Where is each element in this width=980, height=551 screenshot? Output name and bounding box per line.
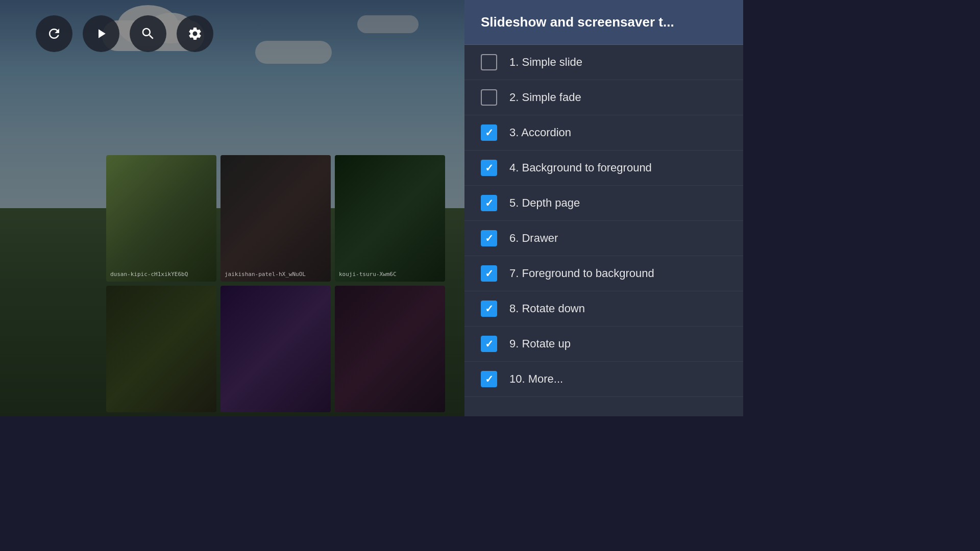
settings-icon [187, 26, 203, 41]
checkbox-2[interactable] [481, 89, 497, 106]
checkmark-9: ✓ [485, 339, 494, 349]
list-item-10[interactable]: ✓10. More... [464, 362, 743, 397]
checkmark-3: ✓ [485, 128, 494, 138]
search-icon [140, 26, 156, 41]
item-label-7: 7. Foreground to background [509, 267, 654, 280]
photo-label-2: jaikishan-patel-hX_wNuOL [225, 271, 306, 278]
checkbox-6[interactable]: ✓ [481, 230, 497, 246]
list-item-9[interactable]: ✓9. Rotate up [464, 327, 743, 362]
item-label-2: 2. Simple fade [509, 91, 581, 104]
list-item-3[interactable]: ✓3. Accordion [464, 115, 743, 151]
photo-cell-3[interactable]: kouji-tsuru-Xwm6C [335, 155, 445, 282]
list-item-5[interactable]: ✓5. Depth page [464, 186, 743, 221]
checkmark-10: ✓ [485, 374, 494, 384]
checkbox-8[interactable]: ✓ [481, 300, 497, 317]
settings-button[interactable] [177, 15, 213, 52]
list-item-1[interactable]: 1. Simple slide [464, 45, 743, 80]
item-label-6: 6. Drawer [509, 232, 558, 245]
panel-header: Slideshow and screensaver t... [464, 0, 743, 45]
list-item-4[interactable]: ✓4. Background to foreground [464, 151, 743, 186]
checkmark-6: ✓ [485, 233, 494, 243]
item-label-4: 4. Background to foreground [509, 161, 652, 174]
photo-label-1: dusan-kipic-cH1xikYE6bQ [110, 271, 188, 278]
item-label-8: 8. Rotate down [509, 302, 585, 315]
photo-grid: dusan-kipic-cH1xikYE6bQ jaikishan-patel-… [102, 151, 449, 416]
panel-title: Slideshow and screensaver t... [481, 14, 674, 30]
item-label-1: 1. Simple slide [509, 56, 582, 69]
left-panel: dusan-kipic-cH1xikYE6bQ jaikishan-patel-… [0, 0, 464, 416]
item-label-9: 9. Rotate up [509, 337, 571, 350]
list-item-2[interactable]: 2. Simple fade [464, 80, 743, 115]
checkbox-3[interactable]: ✓ [481, 124, 497, 141]
items-list[interactable]: 1. Simple slide2. Simple fade✓3. Accordi… [464, 45, 743, 416]
checkmark-5: ✓ [485, 198, 494, 208]
checkbox-7[interactable]: ✓ [481, 265, 497, 282]
checkbox-4[interactable]: ✓ [481, 160, 497, 176]
photo-cell-1[interactable]: dusan-kipic-cH1xikYE6bQ [106, 155, 216, 282]
photo-cell-2[interactable]: jaikishan-patel-hX_wNuOL [220, 155, 331, 282]
checkbox-5[interactable]: ✓ [481, 195, 497, 211]
checkbox-9[interactable]: ✓ [481, 336, 497, 352]
toolbar [36, 15, 213, 52]
play-icon [93, 26, 109, 41]
checkbox-1[interactable] [481, 54, 497, 70]
checkbox-10[interactable]: ✓ [481, 371, 497, 387]
photo-cell-4[interactable] [106, 286, 216, 412]
search-button[interactable] [130, 15, 166, 52]
list-item-6[interactable]: ✓6. Drawer [464, 221, 743, 256]
photo-label-3: kouji-tsuru-Xwm6C [339, 271, 397, 278]
checkmark-8: ✓ [485, 304, 494, 314]
item-label-3: 3. Accordion [509, 126, 571, 139]
item-label-5: 5. Depth page [509, 196, 580, 210]
right-panel: Slideshow and screensaver t... 1. Simple… [464, 0, 743, 416]
checkmark-7: ✓ [485, 268, 494, 279]
checkmark-4: ✓ [485, 163, 494, 173]
list-item-7[interactable]: ✓7. Foreground to background [464, 256, 743, 291]
play-button[interactable] [83, 15, 119, 52]
photo-cell-5[interactable] [220, 286, 331, 412]
item-label-10: 10. More... [509, 372, 563, 386]
photo-cell-6[interactable] [335, 286, 445, 412]
refresh-icon [46, 26, 62, 41]
list-item-8[interactable]: ✓8. Rotate down [464, 291, 743, 327]
refresh-button[interactable] [36, 15, 72, 52]
